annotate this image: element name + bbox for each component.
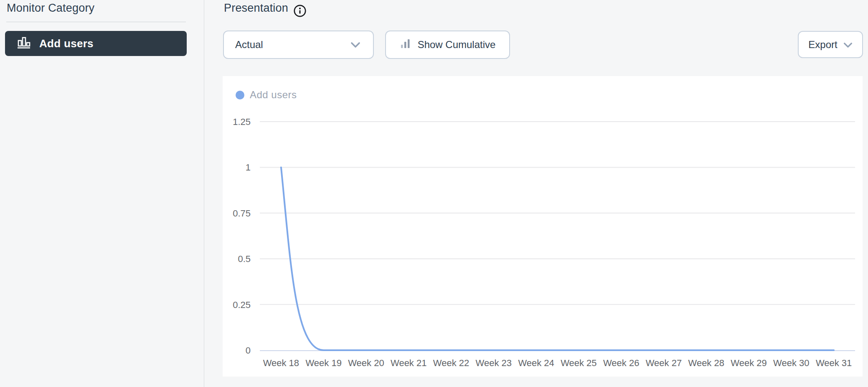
cumulative-bars-icon <box>400 38 411 52</box>
x-axis-label: Week 27 <box>646 358 682 368</box>
y-axis-label: 1 <box>246 162 251 173</box>
x-axis-label: Week 18 <box>263 358 299 368</box>
bar-chart-icon <box>17 36 31 51</box>
sidebar-title: Monitor Category <box>7 2 94 15</box>
y-axis-label: 1.25 <box>233 117 251 127</box>
x-axis-label: Week 19 <box>305 358 341 368</box>
y-axis-label: 0 <box>246 345 251 356</box>
metric-dropdown-value: Actual <box>235 39 263 51</box>
x-axis-label: Week 29 <box>731 358 766 368</box>
y-axis-label: 0.75 <box>233 208 251 219</box>
sidebar: Monitor Category Add users <box>0 0 204 387</box>
y-axis-label: 0.5 <box>238 254 251 264</box>
x-axis-label: Week 30 <box>773 358 809 368</box>
add-users-label: Add users <box>39 37 94 50</box>
page: Monitor Category Add users Presentation … <box>0 0 868 387</box>
sidebar-item-add-users[interactable]: Add users <box>5 31 187 56</box>
export-button[interactable]: Export <box>798 31 863 58</box>
chevron-down-icon <box>843 39 853 51</box>
page-title: Presentation <box>224 2 288 15</box>
x-axis-label: Week 21 <box>391 358 426 368</box>
x-axis-label: Week 31 <box>816 358 852 368</box>
x-axis-label: Week 20 <box>348 358 384 368</box>
chart-card: 1.2510.750.50.250Week 18Week 19Week 20We… <box>223 76 863 377</box>
x-axis-label: Week 23 <box>476 358 512 368</box>
chevron-down-icon <box>350 39 360 51</box>
x-axis-label: Week 28 <box>688 358 724 368</box>
y-axis-label: 0.25 <box>233 300 251 310</box>
x-axis-label: Week 22 <box>433 358 469 368</box>
x-axis-label: Week 24 <box>518 358 554 368</box>
show-cumulative-label: Show Cumulative <box>418 39 496 51</box>
line-chart: 1.2510.750.50.250Week 18Week 19Week 20We… <box>223 76 863 377</box>
show-cumulative-button[interactable]: Show Cumulative <box>385 31 510 59</box>
metric-dropdown[interactable]: Actual <box>223 31 374 59</box>
sidebar-divider <box>6 22 186 22</box>
legend-label: Add users <box>250 89 297 101</box>
export-label: Export <box>808 39 837 51</box>
legend-dot <box>236 91 244 99</box>
legend-item-add-users[interactable]: Add users <box>236 89 297 101</box>
x-axis-label: Week 25 <box>561 358 596 368</box>
info-icon[interactable] <box>293 4 307 19</box>
x-axis-label: Week 26 <box>603 358 639 368</box>
